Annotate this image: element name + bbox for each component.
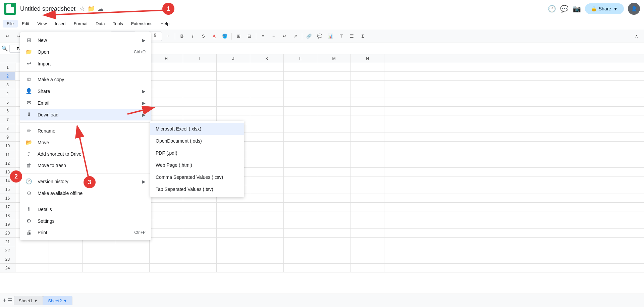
cell-K17[interactable] xyxy=(250,203,284,211)
cell-L24[interactable] xyxy=(284,264,317,272)
download-submenu-item-xlsx[interactable]: Microsoft Excel (.xlsx) xyxy=(150,123,244,135)
cell-L9[interactable] xyxy=(284,133,317,141)
cell-N11[interactable] xyxy=(351,150,384,159)
row-number[interactable]: 10 xyxy=(0,142,15,150)
file-menu-item-version_history[interactable]: 🕐Version history▶ xyxy=(20,175,151,187)
cell-L3[interactable] xyxy=(284,81,317,89)
cell-E24[interactable] xyxy=(49,264,83,272)
menubar-item-format[interactable]: Format xyxy=(70,20,92,28)
download-submenu-item-html[interactable]: Web Page (.html) xyxy=(150,159,244,171)
borders-btn[interactable]: ⊞ xyxy=(234,32,243,41)
cell-K24[interactable] xyxy=(250,264,284,272)
cell-M5[interactable] xyxy=(317,98,351,106)
row-number[interactable]: 8 xyxy=(0,124,15,133)
cell-H22[interactable] xyxy=(150,246,183,255)
cell-F24[interactable] xyxy=(83,264,116,272)
col-header-M[interactable]: M xyxy=(317,54,351,63)
file-menu-item-new[interactable]: ⊞New▶ xyxy=(20,34,151,46)
filter-views-btn[interactable]: ☰ xyxy=(347,32,357,41)
file-menu-item-rename[interactable]: ✏Rename xyxy=(20,125,151,137)
cell-G22[interactable] xyxy=(116,246,150,255)
file-menu-item-settings[interactable]: ⚙Settings xyxy=(20,215,151,227)
cell-N16[interactable] xyxy=(351,194,384,202)
italic-btn[interactable]: I xyxy=(188,32,197,41)
cell-H4[interactable] xyxy=(150,89,183,98)
cell-H19[interactable] xyxy=(150,220,183,228)
filter-btn[interactable]: ⊤ xyxy=(336,32,346,41)
cell-J22[interactable] xyxy=(217,246,250,255)
row-number[interactable]: 20 xyxy=(0,229,15,237)
history-icon[interactable]: 🕐 xyxy=(548,5,556,13)
cell-L12[interactable] xyxy=(284,159,317,167)
cell-I24[interactable] xyxy=(183,264,217,272)
font-size-increase[interactable]: + xyxy=(163,32,173,41)
comments-icon[interactable]: 💬 xyxy=(560,5,569,13)
file-menu-item-add_shortcut[interactable]: ⤴Add shortcut to Drive xyxy=(20,148,151,160)
cell-M22[interactable] xyxy=(317,246,351,255)
cell-J3[interactable] xyxy=(217,81,250,89)
strikethrough-btn[interactable]: S xyxy=(199,32,208,41)
cloud-icon[interactable]: ☁ xyxy=(98,5,104,12)
cell-I19[interactable] xyxy=(183,220,217,228)
row-number[interactable]: 2 xyxy=(0,72,15,80)
row-number[interactable]: 12 xyxy=(0,159,15,167)
row-number[interactable]: 7 xyxy=(0,115,15,124)
cell-N17[interactable] xyxy=(351,203,384,211)
hide-formula-btn[interactable]: ∧ xyxy=(632,32,641,41)
cell-K19[interactable] xyxy=(250,220,284,228)
file-menu-item-download[interactable]: ⬇Download▶ xyxy=(20,109,151,120)
cell-N10[interactable] xyxy=(351,142,384,150)
cell-N21[interactable] xyxy=(351,238,384,246)
cell-K18[interactable] xyxy=(250,211,284,220)
merge-btn[interactable]: ⊟ xyxy=(245,32,254,41)
cell-L10[interactable] xyxy=(284,142,317,150)
cell-J19[interactable] xyxy=(217,220,250,228)
cell-L19[interactable] xyxy=(284,220,317,228)
cell-L1[interactable] xyxy=(284,63,317,71)
link-btn[interactable]: 🔗 xyxy=(304,32,314,41)
cell-M11[interactable] xyxy=(317,150,351,159)
cell-G23[interactable] xyxy=(116,255,150,263)
cell-I18[interactable] xyxy=(183,211,217,220)
cell-K9[interactable] xyxy=(250,133,284,141)
row-number[interactable]: 24 xyxy=(0,264,15,272)
file-menu-item-open[interactable]: 📁OpenCtrl+O xyxy=(20,46,151,58)
cell-K7[interactable] xyxy=(250,115,284,124)
menubar-item-view[interactable]: View xyxy=(33,20,51,28)
sheet-tab-sheet2[interactable]: Sheet2 ▼ xyxy=(43,296,72,305)
search-icon[interactable]: 🔍 xyxy=(1,45,8,52)
cell-M17[interactable] xyxy=(317,203,351,211)
col-header-I[interactable]: I xyxy=(183,54,217,63)
cell-M2[interactable] xyxy=(317,72,351,80)
download-submenu-item-csv[interactable]: Comma Separated Values (.csv) xyxy=(150,171,244,183)
cell-K23[interactable] xyxy=(250,255,284,263)
cell-F22[interactable] xyxy=(83,246,116,255)
menubar-item-edit[interactable]: Edit xyxy=(18,20,33,28)
cell-K4[interactable] xyxy=(250,89,284,98)
cell-L23[interactable] xyxy=(284,255,317,263)
cell-D24[interactable] xyxy=(15,264,49,272)
cell-H23[interactable] xyxy=(150,255,183,263)
cell-K10[interactable] xyxy=(250,142,284,150)
cell-M6[interactable] xyxy=(317,107,351,115)
cell-L11[interactable] xyxy=(284,150,317,159)
cell-K16[interactable] xyxy=(250,194,284,202)
cell-N2[interactable] xyxy=(351,72,384,80)
undo-icon[interactable]: ↩ xyxy=(3,32,12,41)
cell-H21[interactable] xyxy=(150,238,183,246)
cell-M7[interactable] xyxy=(317,115,351,124)
cell-L14[interactable] xyxy=(284,176,317,185)
cell-L17[interactable] xyxy=(284,203,317,211)
cell-I22[interactable] xyxy=(183,246,217,255)
cell-I17[interactable] xyxy=(183,203,217,211)
cell-H20[interactable] xyxy=(150,229,183,237)
cell-I6[interactable] xyxy=(183,107,217,115)
avatar[interactable]: 👤 xyxy=(628,3,640,15)
cell-N19[interactable] xyxy=(351,220,384,228)
cell-M13[interactable] xyxy=(317,168,351,176)
download-submenu-item-ods[interactable]: OpenDocument (.ods) xyxy=(150,135,244,147)
cell-J4[interactable] xyxy=(217,89,250,98)
cell-D22[interactable] xyxy=(15,246,49,255)
insert-comment-btn[interactable]: 💬 xyxy=(315,32,324,41)
cell-H18[interactable] xyxy=(150,211,183,220)
